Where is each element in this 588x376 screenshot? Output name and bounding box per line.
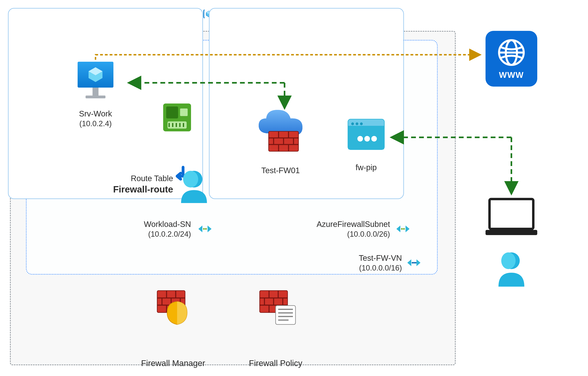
workload-subnet-cidr: (10.0.2.0/24) — [111, 229, 191, 239]
firewall-subnet-cidr: (10.0.0.0/26) — [303, 229, 390, 239]
vm-label: Srv-Work (10.0.2.4) — [71, 108, 120, 129]
workload-subnet-label: Workload-SN (10.0.2.0/24) — [111, 219, 191, 239]
svg-rect-74 — [490, 199, 533, 229]
firewall-policy-label: Firewall Policy — [241, 358, 310, 368]
vnet-cidr: (10.0.0.0/16) — [326, 263, 402, 273]
route-user-icon — [175, 163, 209, 204]
svg-point-37 — [364, 136, 370, 141]
peering-icon — [396, 224, 410, 234]
route-table-name: Firewall-route — [97, 183, 173, 195]
vnet-name: Test-FW-VN — [326, 253, 402, 263]
firewall-manager-icon — [153, 289, 193, 327]
pip-label: fw-pip — [346, 162, 386, 172]
pip-name: fw-pip — [346, 162, 386, 172]
vm-icon — [74, 60, 117, 104]
svg-rect-9 — [166, 107, 178, 118]
route-table-label: Route Table Firewall-route — [97, 173, 173, 195]
firewall-label: Test-FW01 — [255, 165, 306, 176]
www-label: WWW — [499, 70, 524, 80]
firewall-icon — [255, 107, 306, 160]
globe-icon — [496, 38, 526, 68]
vm-name: Srv-Work — [71, 108, 120, 119]
laptop-icon — [483, 197, 539, 240]
svg-rect-10 — [180, 108, 188, 116]
svg-point-45 — [415, 262, 417, 264]
nic-icon — [161, 102, 193, 134]
svg-point-36 — [357, 136, 363, 141]
svg-point-42 — [403, 228, 405, 230]
svg-point-32 — [351, 122, 354, 125]
svg-rect-75 — [485, 230, 537, 235]
svg-point-44 — [413, 262, 415, 264]
svg-point-34 — [360, 122, 363, 125]
route-table-caption: Route Table — [97, 173, 173, 183]
svg-point-33 — [356, 122, 358, 125]
workload-subnet-name: Workload-SN — [111, 219, 191, 229]
svg-point-77 — [501, 252, 515, 269]
svg-point-39 — [203, 228, 205, 230]
firewall-policy-icon — [257, 289, 296, 327]
peering-icon — [198, 224, 212, 234]
svg-rect-5 — [85, 96, 105, 98]
firewall-manager-label: Firewall Manager — [135, 358, 211, 368]
svg-point-38 — [371, 136, 377, 141]
firewall-subnet-name: AzureFirewallSubnet — [303, 219, 390, 229]
svg-point-43 — [412, 262, 413, 264]
svg-point-18 — [183, 171, 198, 187]
svg-rect-4 — [93, 87, 98, 96]
vnet-label: Test-FW-VN (10.0.0.0/16) — [326, 253, 402, 273]
vm-ip: (10.0.2.4) — [71, 119, 120, 129]
svg-rect-66 — [276, 306, 295, 324]
firewall-subnet-label: AzureFirewallSubnet (10.0.0.0/26) — [303, 219, 390, 239]
public-ip-icon — [346, 118, 386, 154]
www-badge: WWW — [485, 31, 537, 86]
user-icon — [496, 251, 526, 287]
svg-point-41 — [401, 228, 403, 230]
peering-icon — [407, 258, 421, 268]
svg-point-40 — [205, 228, 207, 230]
firewall-name: Test-FW01 — [255, 165, 306, 176]
svg-rect-31 — [348, 126, 384, 128]
